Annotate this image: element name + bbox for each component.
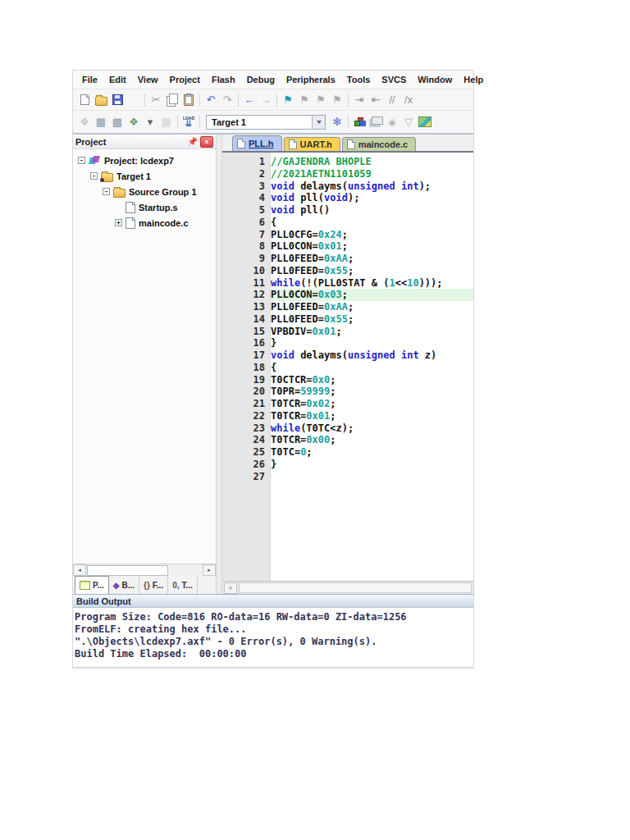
menu-item-tools[interactable]: Tools — [341, 75, 377, 84]
code-line: 4void pll(void); — [222, 192, 473, 204]
project-tree[interactable]: -Project: lcdexp7-Target 1-Source Group … — [73, 149, 216, 564]
tab-pll-h[interactable]: PLL.h — [232, 135, 282, 151]
menu-item-debug[interactable]: Debug — [241, 75, 281, 84]
code-line: 21T0TCR=0x02; — [222, 398, 473, 410]
menu-item-svcs[interactable]: SVCS — [376, 75, 412, 84]
undo-icon[interactable]: ↶ — [203, 92, 219, 107]
build-output-log: Program Size: Code=816 RO-data=16 RW-dat… — [73, 608, 473, 668]
tab-maincode-c[interactable]: maincode.c — [342, 137, 417, 151]
menu-item-view[interactable]: View — [132, 75, 164, 84]
code-line: 25T0TC=0; — [222, 446, 473, 459]
scrollbar-track[interactable] — [239, 582, 472, 593]
chevron-down-icon[interactable] — [312, 116, 325, 129]
code-line: 12PLL0CON=0x03; — [222, 289, 473, 301]
line-number: 18 — [222, 362, 271, 374]
line-number: 26 — [222, 459, 271, 471]
stop-build-icon[interactable]: ▦ — [158, 114, 175, 130]
code-line: 11while(!(PLL0STAT & (1<<10))); — [222, 277, 473, 290]
new-file-icon[interactable] — [76, 92, 93, 107]
software-packs-icon[interactable] — [417, 114, 433, 130]
indent-icon[interactable]: ⇥ — [351, 92, 368, 107]
cut-icon[interactable]: ✂ — [148, 92, 164, 107]
project-panel: Project 📌 x -Project: lcdexp7-Target 1-S… — [73, 135, 217, 594]
menu-item-project[interactable]: Project — [164, 75, 206, 84]
tree-item-target-1[interactable]: -Target 1 — [73, 168, 216, 184]
uncomment-icon[interactable]: /x — [400, 92, 417, 107]
next-bookmark-icon[interactable]: ⚑ — [296, 92, 313, 107]
translate-icon[interactable]: ❖ — [76, 114, 93, 130]
menu-item-file[interactable]: File — [76, 75, 103, 84]
tree-item-maincode-c[interactable]: +maincode.c — [73, 215, 216, 231]
tree-item-source-group-1[interactable]: -Source Group 1 — [73, 184, 216, 199]
navigate-forward-icon[interactable]: → — [258, 92, 274, 107]
collapse-icon[interactable]: - — [90, 172, 98, 180]
tab-prefix-glyph: {} — [144, 581, 150, 590]
code-view[interactable]: 1//GAJENDRA BHOPLE2//2021AETN11010593voi… — [222, 153, 473, 581]
functions-tab[interactable]: {}F... — [139, 577, 168, 594]
target-select[interactable]: Target 1 — [206, 115, 326, 130]
clear-bookmarks-icon[interactable]: ⚑ — [329, 92, 345, 107]
scrollbar-thumb[interactable] — [87, 565, 168, 576]
line-number: 24 — [222, 434, 271, 446]
panel-splitter[interactable] — [217, 135, 222, 594]
templates-tab[interactable]: 0,T... — [168, 577, 198, 594]
line-number: 15 — [222, 326, 271, 338]
pin-icon[interactable]: 📌 — [185, 137, 200, 146]
line-number: 9 — [222, 253, 271, 265]
close-icon[interactable]: x — [200, 136, 213, 148]
scroll-left-icon[interactable]: < — [224, 582, 237, 594]
build-icon[interactable]: ▦ — [93, 114, 109, 130]
code-line: 10PLL0FEED=0x55; — [222, 265, 473, 277]
line-number: 12 — [222, 289, 271, 301]
folder-icon — [113, 189, 126, 198]
tab-label: F... — [153, 581, 163, 590]
line-number: 17 — [222, 349, 271, 362]
tree-item-project-lcdexp7[interactable]: -Project: lcdexp7 — [73, 153, 216, 168]
toolbar-separator — [238, 94, 239, 107]
tree-item-startup-s[interactable]: Startup.s — [73, 199, 216, 215]
project-panel-title: Project — [75, 137, 106, 147]
editor-horizontal-scrollbar[interactable]: < — [222, 581, 473, 594]
insert-bookmark-icon[interactable]: ⚑ — [280, 92, 296, 107]
download-to-flash-icon[interactable]: LOAD⇊ — [180, 114, 197, 130]
outdent-icon[interactable]: ⇤ — [368, 92, 384, 107]
line-number: 22 — [222, 410, 271, 422]
project-panel-header: Project 📌 x — [73, 135, 216, 149]
code-line: 5void pll() — [222, 204, 473, 217]
menu-item-window[interactable]: Window — [412, 75, 458, 84]
save-icon[interactable] — [109, 92, 126, 107]
prev-bookmark-icon[interactable]: ⚑ — [313, 92, 329, 107]
manage-project-items-icon[interactable] — [351, 114, 368, 130]
comment-icon[interactable]: // — [384, 92, 400, 107]
manage-books-icon[interactable] — [368, 114, 384, 130]
project-tab[interactable]: P... — [75, 576, 109, 594]
menu-item-edit[interactable]: Edit — [103, 75, 132, 84]
options-for-target-icon[interactable]: ✻ — [329, 114, 345, 130]
collapse-icon[interactable]: - — [78, 157, 85, 164]
code-line: 9PLL0FEED=0xAA; — [222, 253, 473, 265]
redo-icon[interactable]: ↷ — [219, 92, 235, 107]
rebuild-icon[interactable]: ▩ — [109, 114, 126, 130]
navigate-back-icon[interactable]: ← — [241, 92, 258, 107]
books-tab[interactable]: ◆B... — [109, 577, 139, 594]
code-line: 20T0PR=59999; — [222, 386, 473, 398]
menu-item-help[interactable]: Help — [458, 75, 489, 84]
manage-components-icon[interactable]: ◈ — [384, 114, 400, 130]
copy-icon[interactable] — [164, 92, 180, 107]
expand-icon[interactable]: + — [115, 219, 122, 226]
file-extensions-icon[interactable]: ▽ — [400, 114, 417, 130]
menu-item-peripherals[interactable]: Peripherals — [281, 75, 341, 84]
code-line: 6{ — [222, 217, 473, 229]
batch-build-caret-icon[interactable]: ▾ — [142, 114, 158, 130]
paste-icon[interactable] — [180, 92, 197, 107]
batch-build-icon[interactable]: ❖ — [126, 114, 142, 130]
collapse-icon[interactable]: - — [103, 188, 110, 195]
open-file-icon[interactable] — [93, 92, 109, 107]
menu-item-flash[interactable]: Flash — [206, 75, 241, 84]
project-horizontal-scrollbar[interactable]: ◂ ▸ — [73, 564, 216, 576]
save-all-icon[interactable] — [126, 92, 142, 107]
scroll-left-icon[interactable]: ◂ — [73, 564, 86, 576]
tab-uart-h[interactable]: UART.h — [284, 137, 340, 151]
scroll-right-icon[interactable]: ▸ — [203, 564, 216, 576]
file-icon — [289, 139, 297, 149]
